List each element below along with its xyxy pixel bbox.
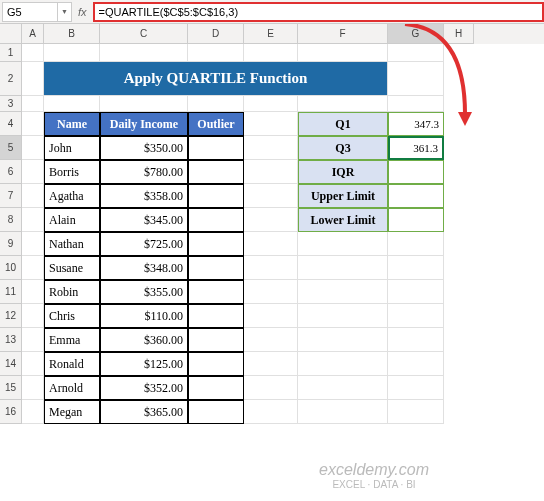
- cell-g5-selected[interactable]: 361.3: [388, 136, 444, 160]
- cell[interactable]: [388, 62, 444, 96]
- cell[interactable]: [244, 232, 298, 256]
- table-cell-name[interactable]: Susane: [44, 256, 100, 280]
- table-cell-name[interactable]: Robin: [44, 280, 100, 304]
- cell[interactable]: [298, 352, 388, 376]
- table-cell-income[interactable]: $355.00: [100, 280, 188, 304]
- cell[interactable]: [298, 232, 388, 256]
- cell[interactable]: [22, 96, 44, 112]
- table-cell-outlier[interactable]: [188, 304, 244, 328]
- table-cell-name[interactable]: Arnold: [44, 376, 100, 400]
- cell[interactable]: [298, 304, 388, 328]
- table-cell-income[interactable]: $780.00: [100, 160, 188, 184]
- cell[interactable]: [244, 96, 298, 112]
- table-cell-outlier[interactable]: [188, 184, 244, 208]
- table-cell-name[interactable]: Agatha: [44, 184, 100, 208]
- calc-val-iqr[interactable]: [388, 160, 444, 184]
- formula-bar[interactable]: =QUARTILE($C$5:$C$16,3): [93, 2, 544, 22]
- row-header-4[interactable]: 4: [0, 112, 22, 136]
- row-header-10[interactable]: 10: [0, 256, 22, 280]
- title-cell[interactable]: Apply QUARTILE Function: [44, 62, 388, 96]
- table-cell-income[interactable]: $725.00: [100, 232, 188, 256]
- row-header-15[interactable]: 15: [0, 376, 22, 400]
- table-cell-outlier[interactable]: [188, 160, 244, 184]
- cell[interactable]: [244, 136, 298, 160]
- col-header-f[interactable]: F: [298, 24, 388, 44]
- row-header-2[interactable]: 2: [0, 62, 22, 96]
- cell[interactable]: [298, 96, 388, 112]
- table-cell-outlier[interactable]: [188, 136, 244, 160]
- cell[interactable]: [22, 232, 44, 256]
- cell[interactable]: [22, 352, 44, 376]
- row-header-8[interactable]: 8: [0, 208, 22, 232]
- cell[interactable]: [388, 96, 444, 112]
- table-header-income[interactable]: Daily Income: [100, 112, 188, 136]
- table-cell-name[interactable]: Nathan: [44, 232, 100, 256]
- table-cell-name[interactable]: Borris: [44, 160, 100, 184]
- name-box-dropdown-icon[interactable]: ▼: [58, 2, 72, 22]
- calc-val-q1[interactable]: 347.3: [388, 112, 444, 136]
- row-header-9[interactable]: 9: [0, 232, 22, 256]
- cell[interactable]: [244, 208, 298, 232]
- cell[interactable]: [22, 62, 44, 96]
- cell[interactable]: [388, 232, 444, 256]
- cell[interactable]: [244, 112, 298, 136]
- cell[interactable]: [244, 44, 298, 62]
- table-cell-income[interactable]: $345.00: [100, 208, 188, 232]
- cell[interactable]: [22, 136, 44, 160]
- cell[interactable]: [22, 280, 44, 304]
- calc-label-iqr[interactable]: IQR: [298, 160, 388, 184]
- cell[interactable]: [388, 280, 444, 304]
- row-header-12[interactable]: 12: [0, 304, 22, 328]
- cell[interactable]: [298, 44, 388, 62]
- row-header-11[interactable]: 11: [0, 280, 22, 304]
- cell[interactable]: [244, 160, 298, 184]
- cell[interactable]: [244, 304, 298, 328]
- col-header-c[interactable]: C: [100, 24, 188, 44]
- cell[interactable]: [388, 376, 444, 400]
- cell[interactable]: [22, 256, 44, 280]
- row-header-6[interactable]: 6: [0, 160, 22, 184]
- calc-val-upper[interactable]: [388, 184, 444, 208]
- cell[interactable]: [244, 376, 298, 400]
- table-cell-name[interactable]: Alain: [44, 208, 100, 232]
- row-header-1[interactable]: 1: [0, 44, 22, 62]
- cell[interactable]: [22, 400, 44, 424]
- col-header-h[interactable]: H: [444, 24, 474, 44]
- calc-val-lower[interactable]: [388, 208, 444, 232]
- calc-label-q3[interactable]: Q3: [298, 136, 388, 160]
- table-cell-outlier[interactable]: [188, 328, 244, 352]
- row-header-7[interactable]: 7: [0, 184, 22, 208]
- cell[interactable]: [388, 256, 444, 280]
- table-header-outlier[interactable]: Outlier: [188, 112, 244, 136]
- cell[interactable]: [298, 376, 388, 400]
- row-header-16[interactable]: 16: [0, 400, 22, 424]
- name-box[interactable]: G5: [2, 2, 58, 22]
- select-all-corner[interactable]: [0, 24, 22, 44]
- cell[interactable]: [388, 352, 444, 376]
- col-header-e[interactable]: E: [244, 24, 298, 44]
- cell[interactable]: [244, 352, 298, 376]
- cell[interactable]: [244, 184, 298, 208]
- cell[interactable]: [298, 280, 388, 304]
- cell[interactable]: [22, 208, 44, 232]
- cell[interactable]: [22, 184, 44, 208]
- cell[interactable]: [388, 400, 444, 424]
- table-cell-outlier[interactable]: [188, 256, 244, 280]
- row-header-5[interactable]: 5: [0, 136, 22, 160]
- cell[interactable]: [22, 112, 44, 136]
- row-header-14[interactable]: 14: [0, 352, 22, 376]
- calc-label-q1[interactable]: Q1: [298, 112, 388, 136]
- cell[interactable]: [22, 160, 44, 184]
- col-header-b[interactable]: B: [44, 24, 100, 44]
- cell[interactable]: [188, 44, 244, 62]
- table-cell-outlier[interactable]: [188, 208, 244, 232]
- cell[interactable]: [100, 44, 188, 62]
- cell[interactable]: [22, 304, 44, 328]
- table-header-name[interactable]: Name: [44, 112, 100, 136]
- table-cell-outlier[interactable]: [188, 280, 244, 304]
- table-cell-income[interactable]: $350.00: [100, 136, 188, 160]
- cell[interactable]: [22, 376, 44, 400]
- table-cell-name[interactable]: Chris: [44, 304, 100, 328]
- table-cell-outlier[interactable]: [188, 400, 244, 424]
- table-cell-income[interactable]: $360.00: [100, 328, 188, 352]
